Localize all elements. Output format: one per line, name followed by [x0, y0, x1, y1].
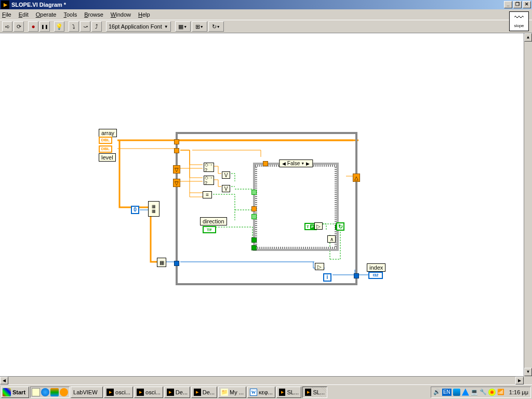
shift-register-right[interactable]: △ — [353, 174, 360, 182]
step-into-button[interactable]: ⤵ — [69, 21, 79, 32]
while-loop[interactable]: ▽ ▽ △ ◇→? ◇→? V V = direction ◀ False ▼ … — [176, 132, 357, 285]
highlight-execution-button[interactable] — [54, 21, 64, 32]
menu-file[interactable]: File — [2, 11, 11, 18]
align-button[interactable]: ▦▼ — [175, 21, 191, 32]
titlebar[interactable]: SLOPE.VI Diagram * _ ❐ ✕ — [0, 0, 532, 9]
case-tunnel-1[interactable] — [263, 161, 268, 166]
window-title: SLOPE.VI Diagram * — [11, 2, 66, 8]
taskbar-item-de1[interactable]: De... — [164, 387, 190, 398]
tunnel-level-in[interactable] — [174, 148, 179, 153]
scroll-left-icon[interactable]: ◀ — [0, 377, 8, 384]
minimize-button[interactable]: _ — [504, 1, 512, 8]
distribute-button[interactable]: ⊞▼ — [192, 21, 207, 32]
direction-terminal[interactable] — [203, 226, 216, 233]
diagram-canvas[interactable]: array DBL DBL level 0 ▦▦ ▦ ▽ ▽ △ ◇→? ◇→?… — [0, 33, 524, 376]
scroll-right-icon[interactable]: ▶ — [515, 377, 524, 384]
case-next-icon[interactable]: ▶ — [304, 161, 311, 166]
show-desktop-icon[interactable] — [32, 388, 40, 396]
tray-icon-2[interactable] — [462, 389, 469, 396]
taskbar-item-osci2[interactable]: osci... — [134, 387, 163, 398]
case-dropdown-icon[interactable]: ▼ — [301, 162, 304, 165]
scroll-down-icon[interactable]: ▼ — [524, 368, 532, 376]
compare-node-1[interactable]: ◇→? — [204, 163, 214, 172]
start-label: Start — [12, 389, 25, 395]
reorder-button[interactable]: ↻▼ — [208, 21, 224, 32]
restore-button[interactable]: ❐ — [513, 1, 522, 8]
level-label: level — [99, 153, 116, 162]
loop-condition[interactable] — [336, 222, 344, 231]
array-label: array — [99, 129, 117, 137]
case-prev-icon[interactable]: ◀ — [281, 161, 287, 166]
shift-register-left-1[interactable]: ▽ — [173, 165, 180, 174]
greater-node[interactable]: ▷ — [314, 222, 323, 230]
or-node-1[interactable]: V — [222, 171, 230, 179]
step-over-button[interactable]: ⤻ — [80, 21, 90, 32]
abort-button[interactable] — [28, 21, 38, 32]
run-button[interactable] — [2, 21, 12, 32]
tray-icon-3[interactable]: 💻 — [471, 389, 478, 396]
taskbar-item-sl1[interactable]: SL... — [276, 387, 301, 398]
and-node[interactable]: ∧ — [327, 235, 336, 243]
tray-icon-5[interactable] — [488, 389, 496, 396]
case-selector-tunnel[interactable] — [251, 245, 257, 250]
taskbar: Start LabVIEW osci... osci... De... De..… — [0, 384, 532, 399]
case-tunnel-2[interactable] — [251, 190, 257, 195]
zero-constant[interactable]: 0 — [131, 206, 139, 214]
tunnel-array-in[interactable] — [174, 139, 179, 144]
level-terminal[interactable]: DBL — [99, 145, 112, 153]
wmp-icon[interactable] — [60, 388, 68, 396]
case-tunnel-5[interactable] — [251, 237, 257, 243]
horizontal-scrollbar[interactable]: ◀ ▶ — [0, 376, 524, 384]
case-selector[interactable]: ◀ False ▼ ▶ — [279, 159, 313, 167]
compare-node-2[interactable]: ◇→? — [204, 176, 214, 185]
tray-icon-4[interactable]: 🔧 — [480, 389, 487, 396]
pause-button[interactable] — [39, 21, 50, 32]
run-continuously-button[interactable] — [14, 21, 24, 32]
clock[interactable]: 1:16 μμ — [509, 389, 528, 395]
menu-bar: File Edit Operate Tools Browse Window He… — [0, 9, 532, 20]
vertical-scrollbar[interactable]: ▲ ▼ — [524, 33, 532, 376]
menu-operate[interactable]: Operate — [36, 11, 57, 18]
menu-edit[interactable]: Edit — [19, 11, 29, 18]
menu-tools[interactable]: Tools — [63, 11, 77, 18]
toolbar: ⤵ ⤻ ⤴ 16pt Application Font ▼ ▦▼ ⊞▼ ↻▼ — [0, 20, 532, 33]
menu-help[interactable]: Help — [138, 11, 150, 18]
tray-icon-1[interactable] — [453, 389, 460, 396]
or-node-2[interactable]: V — [222, 185, 230, 192]
greater-node-2[interactable]: ▷ — [315, 263, 324, 270]
iteration-terminal[interactable]: i — [323, 273, 331, 282]
scroll-up-icon[interactable]: ▲ — [524, 33, 532, 42]
index-bundle-node[interactable]: ▦▦ — [148, 201, 159, 217]
taskbar-item-labview[interactable]: LabVIEW — [71, 387, 103, 398]
case-tunnel-3[interactable] — [251, 206, 257, 211]
tray-vol-icon[interactable]: 🔊 — [433, 389, 441, 396]
case-tunnel-4[interactable] — [251, 214, 257, 219]
array-terminal[interactable]: DBL — [99, 137, 112, 144]
case-structure[interactable]: ◀ False ▼ ▶ T F — [253, 163, 339, 251]
equals-node[interactable]: = — [203, 191, 212, 198]
taskbar-item-my[interactable]: My ... — [218, 387, 246, 398]
taskbar-item-osci1[interactable]: osci... — [104, 387, 133, 398]
ie-icon[interactable] — [41, 388, 49, 396]
start-button[interactable]: Start — [1, 387, 29, 398]
font-selector[interactable]: 16pt Application Font ▼ — [106, 21, 171, 32]
index-terminal[interactable]: I32 — [368, 272, 383, 279]
tunnel-blue-in[interactable] — [174, 261, 179, 266]
shift-register-left-2[interactable]: ▽ — [173, 179, 180, 187]
vi-icon[interactable]: 〰 slope — [509, 11, 529, 31]
windows-flag-icon — [3, 388, 11, 396]
menu-window[interactable]: Window — [111, 11, 131, 18]
taskbar-item-sl2[interactable]: SL... — [302, 387, 327, 398]
close-button[interactable]: ✕ — [523, 1, 531, 8]
language-indicator[interactable]: EN — [442, 389, 451, 396]
tunnel-blue-out[interactable] — [354, 273, 359, 278]
taskbar-item-kef[interactable]: κεφ... — [247, 387, 275, 398]
taskbar-item-de2[interactable]: De... — [191, 387, 217, 398]
case-value: False — [287, 161, 300, 166]
array-size-node[interactable]: ▦ — [157, 258, 166, 267]
system-tray: 🔊 EN 💻 🔧 📶 1:16 μμ — [431, 387, 531, 398]
outlook-icon[interactable] — [50, 388, 59, 396]
step-out-button[interactable]: ⤴ — [91, 21, 102, 32]
menu-browse[interactable]: Browse — [84, 11, 103, 18]
tray-icon-6[interactable]: 📶 — [497, 389, 504, 396]
